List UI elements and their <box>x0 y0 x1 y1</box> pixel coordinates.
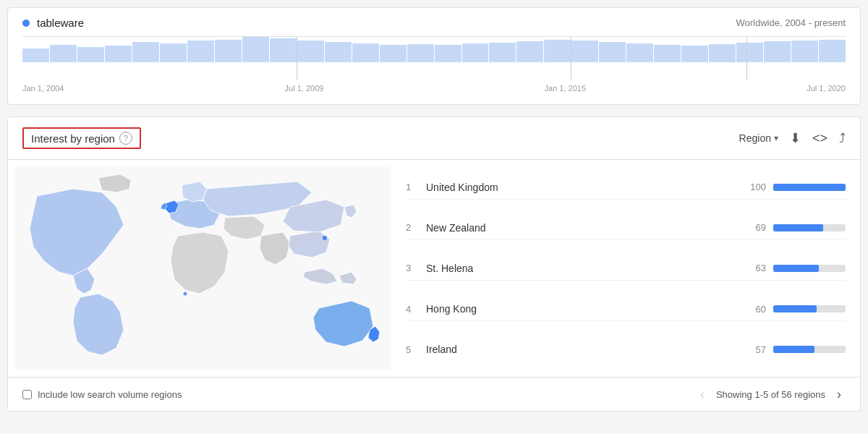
table-row: 1 United Kingdom 100 <box>406 176 846 200</box>
low-volume-label[interactable]: Include low search volume regions <box>38 389 182 400</box>
rank-bar-container <box>773 346 846 353</box>
rank-country-name: Hong Kong <box>426 303 737 315</box>
rank-bar-fill <box>773 305 817 312</box>
search-term-date: Worldwide, 2004 - present <box>736 17 846 28</box>
rank-number: 4 <box>406 304 426 315</box>
spark-bar <box>599 42 626 62</box>
spark-bar <box>544 40 571 62</box>
region-footer: Include low search volume regions ‹ Show… <box>8 377 860 411</box>
spark-bar <box>681 46 708 62</box>
spark-bar <box>380 45 407 63</box>
download-icon[interactable]: ⬇ <box>790 130 801 146</box>
region-card: Interest by region ? Region ▾ ⬇ <> ⤴ <box>7 116 861 412</box>
search-term-label: tableware <box>37 17 84 29</box>
help-icon[interactable]: ? <box>119 132 132 145</box>
se-asia <box>289 231 330 258</box>
scandinavia <box>182 182 207 202</box>
spark-bar <box>736 43 763 62</box>
hong-kong-dot <box>323 236 327 240</box>
rank-value: 100 <box>737 182 766 192</box>
embed-icon[interactable]: <> <box>812 131 827 146</box>
timeline-label-4: Jul 1, 2020 <box>807 84 846 93</box>
table-row: 2 New Zealand 69 <box>406 216 846 240</box>
rank-country-name: United Kingdom <box>426 182 737 193</box>
rank-bar-container <box>773 224 846 231</box>
spark-bar <box>709 44 736 62</box>
timeline-vline <box>571 37 571 80</box>
table-row: 4 Hong Kong 60 <box>406 297 846 321</box>
pagination-text: Showing 1-5 of 56 regions <box>716 389 825 400</box>
sparkline <box>22 37 846 62</box>
region-header: Interest by region ? Region ▾ ⬇ <> ⤴ <box>8 117 860 160</box>
region-title-group: Interest by region ? <box>22 127 141 149</box>
region-controls: Region ▾ ⬇ <> ⤴ <box>739 130 846 146</box>
timeline-labels: Jan 1, 2004 Jul 1, 2009 Jan 1, 2015 Jul … <box>22 80 846 93</box>
spark-bar <box>77 47 104 62</box>
region-body: 1 United Kingdom 100 2 New Zealand 69 <box>8 160 860 377</box>
spark-bar <box>654 45 681 63</box>
rank-bar-fill <box>773 265 819 272</box>
region-title: Interest by region <box>31 132 115 145</box>
st-helena-dot <box>184 292 187 296</box>
spark-bar <box>105 46 132 62</box>
region-title-box: Interest by region ? <box>22 127 141 149</box>
spark-bar <box>325 42 352 62</box>
rank-bar-container <box>773 305 846 312</box>
spark-bar <box>516 41 543 62</box>
rank-bar-fill <box>773 224 823 231</box>
spark-bar <box>462 43 489 62</box>
timeline-label-1: Jan 1, 2004 <box>22 84 64 93</box>
top-card: tableware Worldwide, 2004 - present <box>7 7 861 105</box>
spark-bar <box>435 45 461 62</box>
search-term-row: tableware Worldwide, 2004 - present <box>22 17 846 29</box>
map-area <box>15 167 391 370</box>
rank-number: 1 <box>406 182 426 192</box>
timeline-label-3: Jan 1, 2015 <box>545 84 587 93</box>
timeline-vline <box>297 37 297 80</box>
spark-bar <box>764 41 791 62</box>
rank-number: 5 <box>406 344 426 355</box>
rank-bar-container <box>773 265 846 272</box>
share-icon[interactable]: ⤴ <box>839 131 846 146</box>
table-row: 3 St. Helena 63 <box>406 257 846 281</box>
rank-number: 3 <box>406 263 426 273</box>
spark-bar <box>160 43 187 62</box>
rank-bar-container <box>773 184 846 191</box>
prev-page-button[interactable]: ‹ <box>696 386 709 402</box>
rank-value: 57 <box>737 344 766 355</box>
rank-number: 2 <box>406 222 426 233</box>
spark-bar <box>50 45 77 63</box>
page-wrapper: tableware Worldwide, 2004 - present <box>0 0 868 430</box>
spark-bar <box>22 48 49 62</box>
rank-bar-fill <box>773 346 814 353</box>
rank-country-name: New Zealand <box>426 222 737 234</box>
world-map-svg <box>15 167 391 370</box>
rank-value: 60 <box>737 304 766 315</box>
rank-value: 69 <box>737 222 766 233</box>
dropdown-label: Region <box>739 132 771 144</box>
rank-country-name: St. Helena <box>426 263 737 274</box>
rank-bar-fill <box>773 184 846 191</box>
timeline-area <box>22 36 846 80</box>
pagination-group: ‹ Showing 1-5 of 56 regions › <box>696 386 846 402</box>
timeline-vline <box>746 37 747 80</box>
timeline-label-2: Jul 1, 2009 <box>285 84 324 93</box>
chevron-down-icon: ▾ <box>774 133 778 143</box>
rankings-area: 1 United Kingdom 100 2 New Zealand 69 <box>406 167 846 370</box>
spark-bar <box>187 41 214 62</box>
spark-bar <box>626 43 653 62</box>
spark-bar <box>791 41 818 62</box>
rank-value: 63 <box>737 263 766 273</box>
spark-bar <box>270 38 297 62</box>
spark-bar <box>242 37 269 62</box>
spark-bar <box>489 43 516 62</box>
spark-bar <box>215 40 242 63</box>
spark-bar <box>297 41 324 62</box>
rank-country-name: Ireland <box>426 344 737 355</box>
spark-bar <box>352 43 379 62</box>
low-volume-checkbox[interactable] <box>22 390 32 399</box>
spark-bar <box>571 41 598 62</box>
spark-bar <box>132 42 159 62</box>
region-dropdown[interactable]: Region ▾ <box>739 132 778 144</box>
next-page-button[interactable]: › <box>833 386 846 402</box>
